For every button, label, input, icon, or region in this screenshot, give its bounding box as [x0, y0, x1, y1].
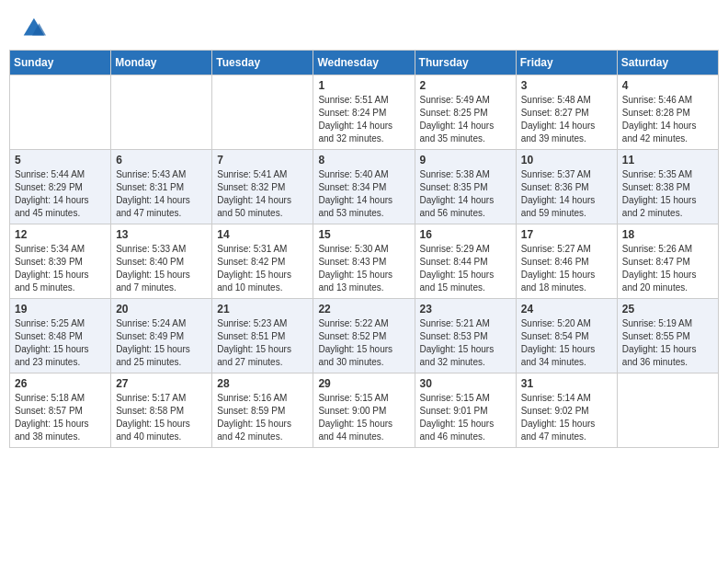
- calendar-cell: 19Sunrise: 5:25 AM Sunset: 8:48 PM Dayli…: [10, 299, 111, 373]
- day-number: 18: [622, 228, 713, 241]
- weekday-header-monday: Monday: [111, 51, 212, 75]
- calendar-cell: 10Sunrise: 5:37 AM Sunset: 8:36 PM Dayli…: [516, 150, 617, 224]
- calendar-cell: 27Sunrise: 5:17 AM Sunset: 8:58 PM Dayli…: [111, 373, 212, 448]
- page-header: [9, 9, 719, 46]
- day-info: Sunrise: 5:18 AM Sunset: 8:57 PM Dayligh…: [15, 392, 106, 443]
- day-number: 19: [15, 303, 106, 316]
- calendar-week-row: 1Sunrise: 5:51 AM Sunset: 8:24 PM Daylig…: [10, 75, 719, 150]
- calendar-cell: 16Sunrise: 5:29 AM Sunset: 8:44 PM Dayli…: [415, 224, 516, 299]
- day-number: 3: [521, 79, 612, 92]
- day-info: Sunrise: 5:21 AM Sunset: 8:53 PM Dayligh…: [420, 317, 511, 369]
- day-number: 15: [318, 228, 409, 241]
- calendar-cell: 17Sunrise: 5:27 AM Sunset: 8:46 PM Dayli…: [516, 224, 617, 299]
- day-info: Sunrise: 5:51 AM Sunset: 8:24 PM Dayligh…: [318, 94, 409, 145]
- calendar-cell: [111, 75, 212, 150]
- day-info: Sunrise: 5:33 AM Sunset: 8:40 PM Dayligh…: [116, 243, 207, 294]
- day-info: Sunrise: 5:17 AM Sunset: 8:58 PM Dayligh…: [116, 392, 207, 443]
- calendar-cell: 23Sunrise: 5:21 AM Sunset: 8:53 PM Dayli…: [415, 299, 516, 373]
- day-info: Sunrise: 5:25 AM Sunset: 8:48 PM Dayligh…: [15, 317, 106, 369]
- day-info: Sunrise: 5:22 AM Sunset: 8:52 PM Dayligh…: [318, 317, 409, 369]
- calendar-cell: 26Sunrise: 5:18 AM Sunset: 8:57 PM Dayli…: [10, 373, 111, 448]
- calendar-cell: 21Sunrise: 5:23 AM Sunset: 8:51 PM Dayli…: [212, 299, 313, 373]
- day-number: 28: [217, 377, 308, 390]
- calendar-cell: 11Sunrise: 5:35 AM Sunset: 8:38 PM Dayli…: [617, 150, 718, 224]
- day-number: 27: [116, 377, 207, 390]
- calendar-cell: 8Sunrise: 5:40 AM Sunset: 8:34 PM Daylig…: [313, 150, 415, 224]
- day-info: Sunrise: 5:48 AM Sunset: 8:27 PM Dayligh…: [521, 94, 612, 145]
- day-number: 31: [521, 377, 612, 390]
- day-info: Sunrise: 5:40 AM Sunset: 8:34 PM Dayligh…: [318, 168, 409, 220]
- calendar-cell: 1Sunrise: 5:51 AM Sunset: 8:24 PM Daylig…: [313, 75, 415, 150]
- calendar-header-row: SundayMondayTuesdayWednesdayThursdayFrid…: [10, 51, 719, 75]
- weekday-header-thursday: Thursday: [415, 51, 516, 75]
- day-number: 13: [116, 228, 207, 241]
- day-number: 1: [318, 79, 409, 92]
- day-number: 9: [420, 154, 511, 167]
- logo-icon: [20, 15, 46, 40]
- calendar-cell: 13Sunrise: 5:33 AM Sunset: 8:40 PM Dayli…: [111, 224, 212, 299]
- calendar-cell: 28Sunrise: 5:16 AM Sunset: 8:59 PM Dayli…: [212, 373, 313, 448]
- day-info: Sunrise: 5:23 AM Sunset: 8:51 PM Dayligh…: [217, 317, 308, 369]
- calendar-week-row: 19Sunrise: 5:25 AM Sunset: 8:48 PM Dayli…: [10, 299, 719, 373]
- calendar-cell: 31Sunrise: 5:14 AM Sunset: 9:02 PM Dayli…: [516, 373, 617, 448]
- day-number: 10: [521, 154, 612, 167]
- day-number: 11: [622, 154, 713, 167]
- day-info: Sunrise: 5:34 AM Sunset: 8:39 PM Dayligh…: [15, 243, 106, 294]
- day-number: 23: [420, 303, 511, 316]
- day-info: Sunrise: 5:43 AM Sunset: 8:31 PM Dayligh…: [116, 168, 207, 220]
- calendar-cell: 18Sunrise: 5:26 AM Sunset: 8:47 PM Dayli…: [617, 224, 718, 299]
- day-number: 25: [622, 303, 713, 316]
- calendar-table: SundayMondayTuesdayWednesdayThursdayFrid…: [9, 50, 719, 448]
- day-info: Sunrise: 5:49 AM Sunset: 8:25 PM Dayligh…: [420, 94, 511, 145]
- calendar-cell: [10, 75, 111, 150]
- day-number: 12: [15, 228, 106, 241]
- day-number: 21: [217, 303, 308, 316]
- calendar-week-row: 12Sunrise: 5:34 AM Sunset: 8:39 PM Dayli…: [10, 224, 719, 299]
- day-info: Sunrise: 5:27 AM Sunset: 8:46 PM Dayligh…: [521, 243, 612, 294]
- weekday-header-friday: Friday: [516, 51, 617, 75]
- weekday-header-saturday: Saturday: [617, 51, 718, 75]
- day-info: Sunrise: 5:26 AM Sunset: 8:47 PM Dayligh…: [622, 243, 713, 294]
- day-info: Sunrise: 5:46 AM Sunset: 8:28 PM Dayligh…: [622, 94, 713, 145]
- day-number: 6: [116, 154, 207, 167]
- day-number: 8: [318, 154, 409, 167]
- day-info: Sunrise: 5:29 AM Sunset: 8:44 PM Dayligh…: [420, 243, 511, 294]
- day-number: 14: [217, 228, 308, 241]
- day-info: Sunrise: 5:38 AM Sunset: 8:35 PM Dayligh…: [420, 168, 511, 220]
- day-number: 4: [622, 79, 713, 92]
- weekday-header-sunday: Sunday: [10, 51, 111, 75]
- day-info: Sunrise: 5:20 AM Sunset: 8:54 PM Dayligh…: [521, 317, 612, 369]
- logo: [18, 17, 46, 40]
- calendar-cell: 6Sunrise: 5:43 AM Sunset: 8:31 PM Daylig…: [111, 150, 212, 224]
- day-info: Sunrise: 5:37 AM Sunset: 8:36 PM Dayligh…: [521, 168, 612, 220]
- day-info: Sunrise: 5:16 AM Sunset: 8:59 PM Dayligh…: [217, 392, 308, 443]
- day-info: Sunrise: 5:35 AM Sunset: 8:38 PM Dayligh…: [622, 168, 713, 220]
- day-info: Sunrise: 5:31 AM Sunset: 8:42 PM Dayligh…: [217, 243, 308, 294]
- calendar-cell: 30Sunrise: 5:15 AM Sunset: 9:01 PM Dayli…: [415, 373, 516, 448]
- calendar-cell: 25Sunrise: 5:19 AM Sunset: 8:55 PM Dayli…: [617, 299, 718, 373]
- weekday-header-wednesday: Wednesday: [313, 51, 415, 75]
- calendar-cell: [617, 373, 718, 448]
- calendar-cell: 9Sunrise: 5:38 AM Sunset: 8:35 PM Daylig…: [415, 150, 516, 224]
- day-number: 2: [420, 79, 511, 92]
- day-info: Sunrise: 5:44 AM Sunset: 8:29 PM Dayligh…: [15, 168, 106, 220]
- day-number: 7: [217, 154, 308, 167]
- calendar-week-row: 26Sunrise: 5:18 AM Sunset: 8:57 PM Dayli…: [10, 373, 719, 448]
- calendar-cell: 7Sunrise: 5:41 AM Sunset: 8:32 PM Daylig…: [212, 150, 313, 224]
- calendar-cell: 2Sunrise: 5:49 AM Sunset: 8:25 PM Daylig…: [415, 75, 516, 150]
- day-number: 16: [420, 228, 511, 241]
- day-info: Sunrise: 5:14 AM Sunset: 9:02 PM Dayligh…: [521, 392, 612, 443]
- calendar-week-row: 5Sunrise: 5:44 AM Sunset: 8:29 PM Daylig…: [10, 150, 719, 224]
- day-number: 30: [420, 377, 511, 390]
- day-info: Sunrise: 5:15 AM Sunset: 9:00 PM Dayligh…: [318, 392, 409, 443]
- calendar-cell: 3Sunrise: 5:48 AM Sunset: 8:27 PM Daylig…: [516, 75, 617, 150]
- day-info: Sunrise: 5:24 AM Sunset: 8:49 PM Dayligh…: [116, 317, 207, 369]
- calendar-cell: 29Sunrise: 5:15 AM Sunset: 9:00 PM Dayli…: [313, 373, 415, 448]
- day-number: 17: [521, 228, 612, 241]
- day-number: 24: [521, 303, 612, 316]
- day-number: 29: [318, 377, 409, 390]
- day-info: Sunrise: 5:19 AM Sunset: 8:55 PM Dayligh…: [622, 317, 713, 369]
- day-number: 26: [15, 377, 106, 390]
- calendar-cell: 5Sunrise: 5:44 AM Sunset: 8:29 PM Daylig…: [10, 150, 111, 224]
- calendar-cell: 24Sunrise: 5:20 AM Sunset: 8:54 PM Dayli…: [516, 299, 617, 373]
